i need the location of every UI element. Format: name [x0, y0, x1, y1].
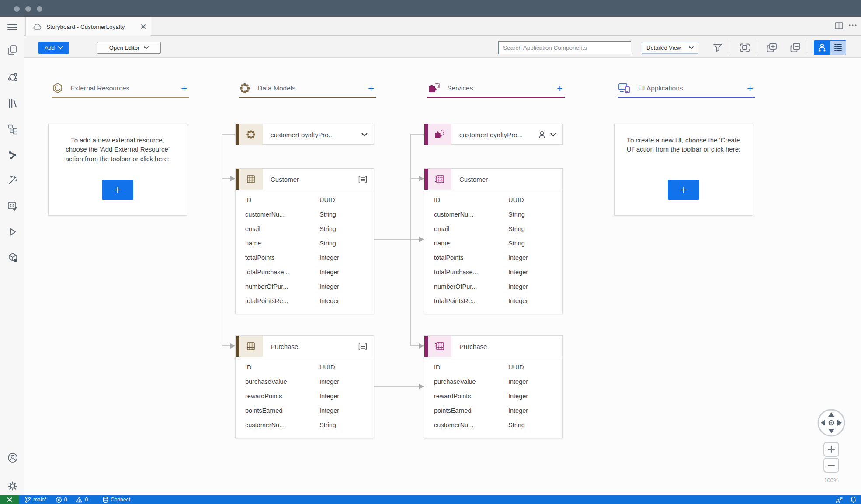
diagram-view-toggle[interactable] [814, 41, 830, 55]
card-accent-stripe [236, 124, 239, 145]
add-external-resource-button[interactable]: + [181, 83, 187, 93]
warning-icon [76, 497, 83, 503]
split-editor-button[interactable] [834, 21, 844, 31]
chevron-down-icon[interactable] [550, 133, 556, 137]
sidebar-item-architecture[interactable] [7, 124, 18, 135]
add-data-model-button[interactable]: + [368, 83, 374, 93]
service-entity-card-purchase[interactable]: Purchase ID UUID purchaseValue Integer r… [424, 335, 563, 438]
field-row[interactable]: customerNu... String [236, 418, 374, 432]
field-row[interactable]: name String [424, 236, 562, 250]
expand-all-button[interactable] [766, 41, 778, 54]
main-menu-button[interactable] [7, 23, 18, 31]
field-row[interactable]: ID UUID [424, 360, 562, 374]
field-row[interactable]: pointsEarned Integer [236, 403, 374, 418]
tab-storyboard[interactable]: Storyboard - CustomerLoyalty [25, 17, 151, 36]
list-view-toggle[interactable] [830, 41, 846, 55]
play-icon [7, 226, 18, 238]
pan-compass[interactable] [816, 408, 846, 438]
branch-indicator[interactable]: main* [24, 496, 47, 503]
add-service-button[interactable]: + [557, 83, 563, 93]
field-row[interactable]: rewardPoints Integer [236, 389, 374, 403]
sidebar-item-settings[interactable] [7, 480, 18, 492]
field-row[interactable]: email String [236, 221, 374, 236]
create-ui-button[interactable]: + [747, 83, 753, 93]
service-package-card[interactable]: customerLoyaltyPro... [424, 124, 563, 145]
data-model-icon [239, 82, 251, 94]
sidebar-item-account[interactable] [7, 452, 18, 463]
toolbar-separator [757, 40, 757, 53]
field-row[interactable]: ID UUID [424, 193, 562, 207]
field-row[interactable]: totalPointsRe... Integer [424, 293, 562, 308]
field-row[interactable]: email String [424, 221, 562, 236]
entity-card-purchase[interactable]: Purchase ID UUID purchaseValue Integer r… [235, 335, 374, 438]
code-check-icon [7, 200, 18, 212]
field-row[interactable]: pointsEarned Integer [424, 403, 562, 418]
field-row[interactable]: purchaseValue Integer [236, 374, 374, 389]
add-button[interactable]: Add [38, 42, 69, 54]
field-row[interactable]: name String [236, 236, 374, 250]
field-row[interactable]: ID UUID [236, 193, 374, 207]
sidebar-item-pages[interactable] [7, 45, 18, 56]
placeholder-text: To add a new external resource, choose t… [60, 135, 175, 163]
warning-indicator[interactable]: 0 [76, 497, 88, 503]
field-row[interactable]: totalPurchase... Integer [424, 265, 562, 279]
field-row[interactable]: totalPoints Integer [424, 250, 562, 265]
sidebar-item-run[interactable] [7, 226, 18, 238]
field-row[interactable]: ID UUID [236, 360, 374, 374]
entity-card-customer[interactable]: Customer ID UUID customerNu... String em… [235, 168, 374, 314]
column-header-external-resources: External Resources + [52, 81, 187, 95]
sidebar-item-deploy[interactable] [7, 252, 18, 263]
bell-icon[interactable] [850, 496, 857, 503]
collapse-all-button[interactable] [789, 41, 802, 54]
zoom-out-button[interactable] [823, 458, 839, 473]
sidebar-item-library[interactable] [7, 98, 18, 109]
remote-indicator[interactable] [0, 495, 19, 504]
field-row[interactable]: customerNu... String [236, 207, 374, 221]
field-type: Integer [508, 407, 528, 414]
add-external-resource-plus-button[interactable]: + [102, 180, 133, 200]
field-row[interactable]: rewardPoints Integer [424, 389, 562, 403]
entity-name: Purchase [263, 343, 358, 350]
window-controls[interactable] [14, 6, 48, 14]
field-row[interactable]: customerNu... String [424, 418, 562, 432]
open-editor-dropdown[interactable]: Open Editor [97, 42, 161, 54]
field-row[interactable]: purchaseValue Integer [424, 374, 562, 389]
search-input[interactable] [498, 41, 631, 54]
connect-indicator[interactable]: Connect [103, 497, 130, 503]
field-row[interactable]: totalPurchase... Integer [236, 265, 374, 279]
field-name: name [245, 240, 319, 247]
list-detail-icon[interactable] [358, 176, 368, 183]
field-row[interactable]: totalPointsRe... Integer [236, 293, 374, 308]
feedback-person-icon[interactable] [835, 496, 843, 503]
filter-button[interactable] [712, 41, 724, 54]
chevron-down-icon [58, 46, 63, 49]
service-entity-card-customer[interactable]: Customer ID UUID customerNu... String em… [424, 168, 563, 314]
view-mode-dropdown[interactable]: Detailed View [642, 42, 698, 54]
field-row[interactable]: numberOfPur... Integer [424, 279, 562, 293]
field-type: Integer [319, 378, 339, 385]
create-ui-plus-button[interactable]: + [668, 180, 699, 200]
field-row[interactable]: customerNu... String [424, 207, 562, 221]
chevron-down-icon[interactable] [361, 133, 368, 137]
tab-more-button[interactable] [848, 23, 858, 28]
field-name: ID [245, 197, 319, 204]
close-icon[interactable] [140, 24, 146, 30]
field-row[interactable]: totalPoints Integer [236, 250, 374, 265]
error-indicator[interactable]: 0 [56, 497, 67, 503]
zoom-in-button[interactable] [823, 442, 839, 457]
sidebar-item-workflows[interactable] [7, 149, 18, 161]
sidebar-item-ai-assist[interactable] [7, 175, 18, 186]
sidebar-item-integrations[interactable] [7, 72, 18, 83]
placeholder-text: To create a new UI, choose the 'Create U… [626, 135, 741, 154]
window-dot[interactable] [37, 6, 42, 12]
window-dot[interactable] [14, 6, 20, 12]
data-model-package-card[interactable]: customerLoyaltyPro... [235, 124, 374, 145]
window-dot[interactable] [25, 6, 31, 12]
list-detail-icon[interactable] [358, 343, 368, 350]
field-row[interactable]: numberOfPur... Integer [236, 279, 374, 293]
entity-grid-icon [246, 341, 256, 352]
fit-to-screen-button[interactable] [739, 41, 751, 54]
external-resources-placeholder-card: To add a new external resource, choose t… [48, 124, 187, 216]
chevron-down-icon [689, 46, 694, 49]
sidebar-item-code-validate[interactable] [7, 200, 18, 212]
